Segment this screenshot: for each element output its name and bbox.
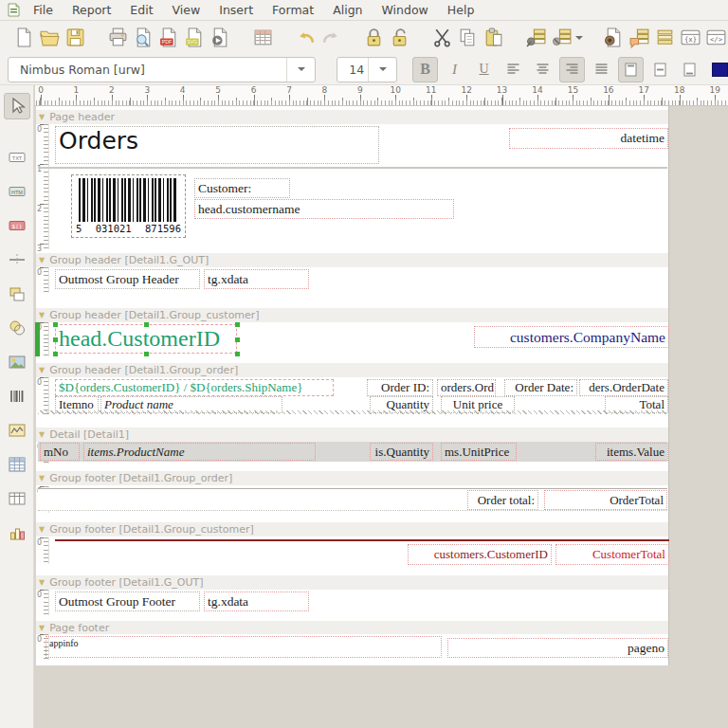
band-collapse-icon[interactable]: ▼ bbox=[39, 474, 45, 482]
align-left-button[interactable] bbox=[500, 57, 526, 82]
companyname-field[interactable]: customers.CompanyName bbox=[474, 326, 669, 348]
script-code-button[interactable]: </> bbox=[703, 25, 728, 50]
html-tool-button[interactable]: HTM bbox=[4, 178, 30, 205]
align-right-button[interactable] bbox=[559, 57, 585, 82]
band-label[interactable]: ▼Group footer [Detail1.Group_customer] bbox=[36, 522, 668, 537]
menu-file[interactable]: File bbox=[24, 1, 63, 19]
new-button[interactable] bbox=[11, 25, 37, 50]
run-button[interactable] bbox=[208, 25, 233, 50]
undo-button[interactable] bbox=[293, 25, 318, 50]
copy-button[interactable] bbox=[455, 25, 481, 50]
selection-handle[interactable] bbox=[144, 322, 149, 327]
orders-title[interactable]: Orders bbox=[55, 126, 379, 164]
selection-handle[interactable] bbox=[235, 337, 240, 342]
diagram-tool-button[interactable] bbox=[4, 519, 30, 546]
menu-view[interactable]: View bbox=[163, 1, 210, 19]
bold-button[interactable]: B bbox=[412, 57, 438, 82]
band-collapse-icon[interactable]: ▼ bbox=[39, 430, 45, 439]
band-collapse-icon[interactable]: ▼ bbox=[39, 113, 45, 121]
datasource-menu-button[interactable] bbox=[549, 25, 574, 50]
menu-window[interactable]: Window bbox=[373, 1, 438, 19]
layers-button[interactable] bbox=[652, 25, 678, 50]
band-label[interactable]: ▼Group footer [Detail1.G_OUT] bbox=[36, 575, 668, 590]
productname-field[interactable]: items.ProductName bbox=[83, 443, 316, 461]
band-label[interactable]: ▼Group header [Detail1.Group_order] bbox=[36, 363, 668, 377]
valign-bottom-button[interactable] bbox=[677, 57, 702, 82]
unlock-button[interactable] bbox=[387, 25, 412, 50]
order-date-label[interactable]: Order Date: bbox=[504, 379, 577, 396]
selection-handle[interactable] bbox=[53, 322, 58, 327]
print-button[interactable] bbox=[105, 25, 131, 50]
selection-handle[interactable] bbox=[53, 337, 58, 342]
band-collapse-icon[interactable]: ▼ bbox=[39, 366, 45, 374]
orderid-field[interactable]: orders.Ord bbox=[437, 379, 496, 396]
itemno-field[interactable]: mNo bbox=[40, 443, 80, 461]
band-collapse-icon[interactable]: ▼ bbox=[39, 256, 45, 264]
outmost-group-footer-label[interactable]: Outmost Group Footer bbox=[55, 592, 200, 611]
lock-button[interactable] bbox=[361, 25, 387, 50]
grid-button[interactable] bbox=[250, 25, 276, 50]
customer-label[interactable]: Customer: bbox=[194, 178, 290, 198]
export-pdf-button[interactable]: PDF bbox=[156, 25, 182, 50]
selection-handle[interactable] bbox=[144, 352, 149, 356]
selection-handle[interactable] bbox=[53, 352, 58, 356]
menu-insert[interactable]: Insert bbox=[209, 1, 263, 19]
chart-tool-button[interactable] bbox=[4, 417, 30, 444]
unitprice-field[interactable]: ms.UnitPrice bbox=[441, 443, 517, 461]
ean-barcode[interactable]: 5031021871596 bbox=[71, 174, 186, 238]
doc-settings-button[interactable] bbox=[601, 25, 627, 50]
outmost-group-header-label[interactable]: Outmost Group Header bbox=[55, 269, 200, 289]
font-family-select[interactable]: Nimbus Roman [urw] bbox=[8, 57, 316, 82]
band-selection-indicator[interactable] bbox=[35, 322, 40, 356]
datasource-button[interactable] bbox=[523, 25, 549, 50]
band-label[interactable]: ▼Group footer [Detail1.Group_order] bbox=[36, 471, 668, 485]
valign-center-button[interactable] bbox=[647, 57, 673, 82]
datetime-field[interactable]: datetime bbox=[509, 128, 668, 149]
band-collapse-icon[interactable]: ▼ bbox=[39, 578, 45, 587]
paste-button[interactable] bbox=[481, 25, 506, 50]
font-family-dropdown-icon[interactable] bbox=[286, 58, 315, 82]
menu-help[interactable]: Help bbox=[438, 1, 484, 19]
cursor-tool-button[interactable] bbox=[4, 93, 30, 119]
italic-button[interactable]: I bbox=[442, 57, 467, 82]
ellipse-tool-button[interactable] bbox=[4, 315, 30, 341]
menu-edit[interactable]: Edit bbox=[120, 1, 162, 19]
customer-total-line[interactable] bbox=[55, 539, 669, 541]
band-label[interactable]: ▼Group header [Detail1.G_OUT] bbox=[36, 253, 668, 267]
grid-tool-button[interactable] bbox=[4, 451, 30, 478]
redo-button[interactable] bbox=[318, 25, 344, 50]
data-field-tool-button[interactable]: $() bbox=[4, 212, 30, 239]
ship-expr-field[interactable]: $D{orders.CustomerID} / $D{orders.ShipNa… bbox=[55, 379, 334, 396]
quantity-field[interactable]: is.Quantity bbox=[370, 443, 433, 461]
align-justify-button[interactable] bbox=[589, 57, 614, 82]
font-color-swatch[interactable] bbox=[712, 63, 728, 77]
order-total-label[interactable]: Order total: bbox=[467, 490, 538, 510]
value-field[interactable]: items.Value bbox=[595, 443, 668, 461]
menu-report[interactable]: Report bbox=[63, 1, 120, 19]
customerid-footer-field[interactable]: customers.CustomerID bbox=[408, 544, 552, 565]
table-tool-button[interactable] bbox=[4, 485, 30, 512]
menu-align[interactable]: Align bbox=[323, 1, 372, 19]
rectangle-tool-button[interactable] bbox=[4, 281, 30, 307]
barcode-tool-button[interactable] bbox=[4, 383, 30, 410]
open-button[interactable] bbox=[37, 25, 63, 50]
appinfo-field[interactable]: appinfo bbox=[46, 636, 442, 658]
expression-button[interactable]: {x} bbox=[678, 25, 703, 50]
tg-xdata-field[interactable]: tg.xdata bbox=[204, 269, 309, 289]
font-size-select[interactable]: 14 bbox=[337, 57, 397, 82]
pageno-field[interactable]: pageno bbox=[447, 638, 668, 658]
line-tool-button[interactable] bbox=[4, 246, 30, 273]
cut-button[interactable] bbox=[429, 25, 455, 50]
save-button[interactable] bbox=[63, 25, 88, 50]
preview-button[interactable] bbox=[131, 25, 156, 50]
customername-field[interactable]: head.customername bbox=[194, 199, 454, 219]
datasource-comment-button[interactable] bbox=[627, 25, 652, 50]
separator-line[interactable] bbox=[38, 167, 667, 169]
menu-format[interactable]: Format bbox=[263, 1, 323, 19]
band-label[interactable]: ▼Page footer bbox=[36, 621, 668, 635]
text-tool-button[interactable]: TXT bbox=[4, 144, 30, 171]
band-label[interactable]: ▼Detail [Detail1] bbox=[36, 428, 668, 442]
band-label[interactable]: ▼Page header bbox=[36, 110, 668, 124]
band-collapse-icon[interactable]: ▼ bbox=[39, 311, 45, 319]
customertotal-field[interactable]: CustomerTotal bbox=[555, 544, 669, 565]
